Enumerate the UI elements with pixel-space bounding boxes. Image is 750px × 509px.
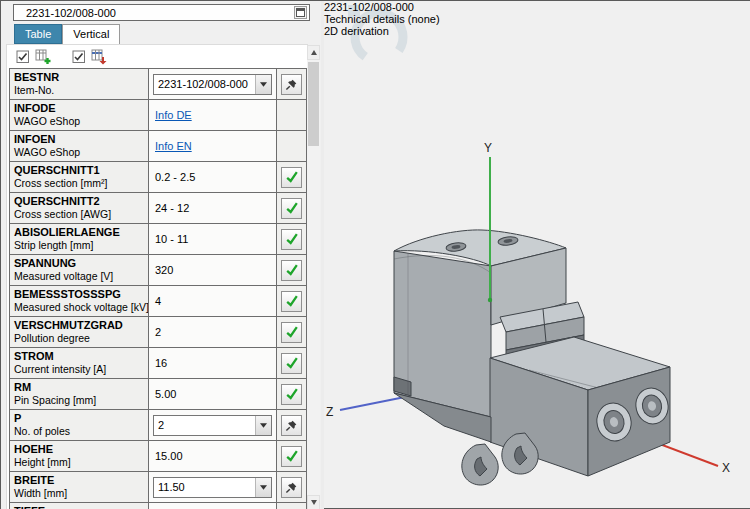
table-add-glyph [35,48,52,65]
confirm-button[interactable] [281,322,302,343]
viewer-tab[interactable]: 2D derivation [324,25,750,37]
param-name: STROM [14,350,148,363]
table-row-verschmutzgrad: VERSCHMUTZGRADPollution degree2 [10,317,306,348]
param-action-cell [277,348,306,378]
eshop-link[interactable]: Info EN [149,140,192,152]
table-toolbar [13,46,109,67]
dropdown-arrow-button[interactable] [255,478,271,497]
confirm-button[interactable] [281,291,302,312]
param-desc: Item-No. [14,84,148,97]
check-icon [285,201,299,215]
check-icon [285,387,299,401]
param-action-cell [277,441,306,471]
scroll-down-icon [311,500,317,505]
param-label: BREITEWidth [mm] [10,472,149,502]
param-name: QUERSCHNITT1 [14,164,148,177]
param-action-cell [277,317,306,347]
check-icon [285,356,299,370]
param-label: INFOENWAGO eShop [10,131,149,161]
3d-scene[interactable]: Y Z X [324,1,750,488]
table-row-infode: INFODEWAGO eShopInfo DE [10,100,306,131]
dock-icon [296,8,305,17]
param-action-cell [277,69,306,99]
confirm-button[interactable] [281,353,302,374]
value-dropdown[interactable]: 11.50 [153,477,272,498]
check-icon [285,294,299,308]
confirm-button[interactable] [281,229,302,250]
table-add-icon[interactable] [33,47,53,66]
param-value: 0.2 - 2.5 [149,171,195,183]
confirm-button[interactable] [281,446,302,467]
param-value-cell [149,503,277,509]
table-apply-icon[interactable] [89,47,109,66]
param-name: P [14,412,148,425]
scroll-up-button[interactable] [307,45,320,60]
dropdown-arrow-button[interactable] [255,416,271,435]
param-value-cell: 15.00 [149,441,277,471]
tab-table[interactable]: Table [14,24,62,44]
dock-button[interactable] [294,6,307,19]
vertical-scrollbar[interactable] [307,45,320,509]
param-name: TIEFE [14,505,148,509]
value-dropdown[interactable]: 2231-102/008-000 [153,74,272,95]
scroll-down-button[interactable] [307,495,320,509]
view-tabs: TableVertical [14,24,120,44]
param-name: INFOEN [14,133,148,146]
param-action-cell [277,503,306,509]
value-dropdown[interactable]: 2 [153,415,272,436]
param-label: RMPin Spacing [mm] [10,379,149,409]
pin-button[interactable] [281,415,302,436]
viewer-tab[interactable]: 2231-102/008-000 [324,1,750,13]
param-name: BREITE [14,474,148,487]
param-value-cell: Info EN [149,131,277,161]
param-desc: Cross section [AWG] [14,208,148,221]
confirm-button[interactable] [281,384,302,405]
param-desc: Pin Spacing [mm] [14,394,148,407]
param-desc: WAGO eShop [14,115,148,128]
param-value-cell: 4 [149,286,277,316]
table-apply-glyph [91,48,108,65]
property-table: BESTNRItem-No.2231-102/008-000INFODEWAGO… [9,68,307,509]
param-action-cell [277,100,306,130]
param-action-cell [277,255,306,285]
dropdown-value: 2 [154,419,255,431]
scrollbar-thumb[interactable] [308,62,319,146]
3d-viewport[interactable]: Y Z X [324,1,750,490]
pin-button[interactable] [281,477,302,498]
param-name: BESTNR [14,71,148,84]
viewer-tab[interactable]: Technical details (none) [324,13,750,25]
param-label: TIEFE [10,503,149,509]
3d-model[interactable] [394,230,672,485]
check-icon [285,232,299,246]
pin-button[interactable] [281,74,302,95]
table-row-strom: STROMCurrent intensity [A]16 [10,348,306,379]
dropdown-value: 2231-102/008-000 [154,78,255,90]
eshop-link[interactable]: Info DE [149,109,192,121]
check-icon [285,170,299,184]
param-label: QUERSCHNITT1Cross section [mm²] [10,162,149,192]
tab-vertical[interactable]: Vertical [62,24,120,44]
param-name: VERSCHMUTZGRAD [14,319,148,332]
param-action-cell [277,472,306,502]
pin-icon [285,419,298,432]
checkbox-checked-icon-2[interactable] [69,47,89,66]
checkbox-checked-icon[interactable] [13,47,33,66]
dropdown-arrow-button[interactable] [255,75,271,94]
param-desc: Cross section [mm²] [14,177,148,190]
table-row-breite: BREITEWidth [mm]11.50 [10,472,306,503]
param-label: ABISOLIERLAENGEStrip length [mm] [10,224,149,254]
param-name: QUERSCHNITT2 [14,195,148,208]
param-desc: Height [mm] [14,456,148,469]
confirm-button[interactable] [281,198,302,219]
param-value-cell: 2 [149,410,277,440]
table-row-rm: RMPin Spacing [mm]5.00 [10,379,306,410]
param-desc: WAGO eShop [14,146,148,159]
param-name: BEMESSSTOSSSPG [14,288,148,301]
table-row-bestnr: BESTNRItem-No.2231-102/008-000 [10,69,306,100]
table-row-abisolierlaenge: ABISOLIERLAENGEStrip length [mm]10 - 11 [10,224,306,255]
part-table-panel: 2231-102/008-000 TableVertical [1,1,321,509]
confirm-button[interactable] [281,260,302,281]
param-desc: Measured shock voltage [kV] [14,301,148,314]
table-row-querschnitt2: QUERSCHNITT2Cross section [AWG]24 - 12 [10,193,306,224]
confirm-button[interactable] [281,167,302,188]
